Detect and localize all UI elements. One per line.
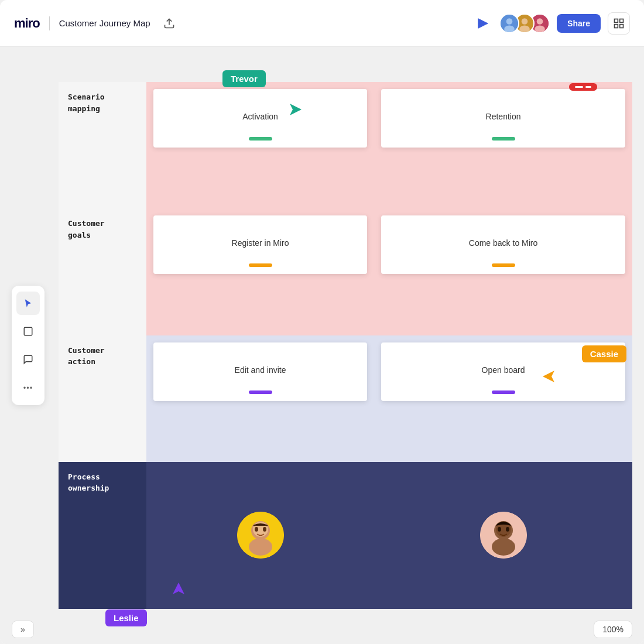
svg-point-29 bbox=[498, 527, 501, 532]
activation-bar bbox=[249, 137, 272, 141]
miro-logo: miro bbox=[14, 16, 40, 31]
edit-invite-bar bbox=[249, 390, 272, 394]
svg-rect-13 bbox=[615, 24, 618, 28]
edit-invite-text: Edit and invite bbox=[235, 365, 286, 376]
retention-bar bbox=[492, 137, 515, 141]
svg-point-10 bbox=[535, 25, 545, 32]
header: miro Customer Journey Map bbox=[0, 0, 644, 47]
leslie-cursor-label: Leslie bbox=[105, 609, 147, 626]
svg-marker-1 bbox=[478, 18, 488, 28]
more-tool[interactable]: ••• bbox=[16, 376, 40, 399]
retention-text: Retention bbox=[486, 111, 521, 123]
svg-rect-12 bbox=[620, 19, 624, 22]
comeback-cell[interactable]: Come back to Miro bbox=[374, 208, 632, 335]
comment-tool[interactable] bbox=[16, 348, 40, 371]
process-ownership-label: Process ownership bbox=[59, 462, 146, 609]
open-board-text: Open board bbox=[482, 365, 525, 376]
svg-marker-16 bbox=[543, 371, 554, 382]
register-text: Register in Miro bbox=[232, 238, 289, 249]
edit-invite-cell[interactable]: Edit and invite bbox=[146, 335, 374, 462]
register-cell[interactable]: Register in Miro bbox=[146, 208, 374, 335]
svg-point-23 bbox=[255, 527, 258, 532]
avatar-person-2 bbox=[480, 512, 527, 559]
process-ownership-row: Process ownership bbox=[59, 462, 632, 609]
canvas: Trevor Cassie Leslie bbox=[0, 47, 644, 644]
avatar-person-1 bbox=[237, 512, 284, 559]
menu-button[interactable] bbox=[608, 12, 630, 35]
register-bar bbox=[249, 263, 272, 267]
svg-rect-18 bbox=[24, 327, 32, 335]
scenario-label: Scenario mapping bbox=[59, 82, 146, 208]
svg-point-21 bbox=[249, 538, 272, 556]
svg-point-30 bbox=[506, 527, 509, 532]
activation-sticky: Activation bbox=[153, 89, 367, 148]
register-sticky: Register in Miro bbox=[153, 215, 367, 274]
svg-point-9 bbox=[537, 18, 543, 25]
app-container: miro Customer Journey Map bbox=[0, 0, 644, 644]
svg-point-6 bbox=[522, 18, 528, 25]
share-button[interactable]: Share bbox=[557, 14, 601, 33]
trevor-cursor-label: Trevor bbox=[222, 70, 266, 87]
svg-rect-14 bbox=[620, 24, 624, 28]
expand-button[interactable]: » bbox=[12, 621, 34, 638]
retention-sticky: Retention bbox=[381, 89, 625, 148]
header-left: miro Customer Journey Map bbox=[14, 14, 474, 33]
process-cell-2 bbox=[374, 462, 632, 609]
svg-point-3 bbox=[506, 18, 513, 25]
board-title: Customer Journey Map bbox=[59, 18, 150, 28]
retention-cell[interactable]: Retention bbox=[374, 82, 632, 208]
sticky-tool[interactable] bbox=[16, 320, 40, 343]
svg-marker-17 bbox=[173, 583, 184, 594]
svg-point-24 bbox=[263, 527, 266, 532]
customer-action-label: Customer action bbox=[59, 335, 146, 462]
badge-line-2 bbox=[585, 86, 591, 88]
avatars-group bbox=[499, 13, 550, 33]
grid-table: Scenario mapping Activation bbox=[59, 82, 632, 609]
customer-goals-row: Customer goals Register in Miro Come bac… bbox=[59, 208, 632, 335]
badge-line-1 bbox=[575, 86, 583, 88]
avatar-1 bbox=[499, 13, 519, 33]
cassie-cursor-label: Cassie bbox=[582, 345, 626, 362]
cursor-tool[interactable] bbox=[16, 292, 40, 315]
open-board-bar bbox=[492, 390, 515, 394]
red-badge bbox=[569, 83, 597, 91]
customer-action-row: Customer action Edit and invite Open boa… bbox=[59, 335, 632, 462]
svg-point-7 bbox=[519, 25, 530, 32]
customer-goals-label: Customer goals bbox=[59, 208, 146, 335]
activation-cell[interactable]: Activation bbox=[146, 82, 374, 208]
upload-icon[interactable] bbox=[160, 14, 179, 33]
comeback-bar bbox=[492, 263, 515, 267]
comeback-sticky: Come back to Miro bbox=[381, 215, 625, 274]
zoom-level: 100% bbox=[594, 621, 632, 638]
comeback-text: Come back to Miro bbox=[469, 238, 537, 249]
svg-rect-11 bbox=[615, 19, 618, 22]
svg-marker-15 bbox=[290, 104, 302, 115]
bottom-bar: » 100% bbox=[0, 615, 644, 644]
flag-icon[interactable] bbox=[474, 14, 492, 33]
svg-point-27 bbox=[492, 538, 515, 556]
header-divider bbox=[49, 16, 50, 30]
activation-text: Activation bbox=[242, 111, 278, 123]
header-right: Share bbox=[474, 12, 630, 35]
svg-point-4 bbox=[504, 25, 515, 32]
toolbar: ••• bbox=[12, 286, 44, 405]
journey-grid: Scenario mapping Activation bbox=[59, 82, 632, 609]
scenario-mapping-row: Scenario mapping Activation bbox=[59, 82, 632, 208]
edit-invite-sticky: Edit and invite bbox=[153, 342, 367, 401]
